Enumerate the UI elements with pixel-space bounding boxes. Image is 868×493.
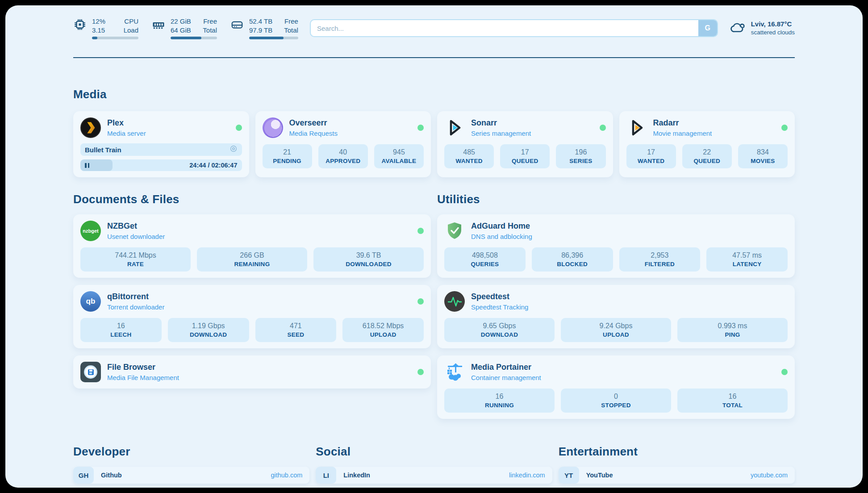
app-name: Radarr: [653, 118, 776, 128]
stat-pill: 22 QUEUED: [682, 144, 732, 168]
app-card-plex[interactable]: Plex Media server Bullet Train: [73, 111, 249, 177]
stat-pill: 9.65 Gbps DOWNLOAD: [444, 318, 555, 342]
memory-stat-widget: 22 GiB 64 GiB Free Total: [152, 17, 217, 39]
app-card-radarr[interactable]: Radarr Movie management 17 WANTED 22 QUE…: [619, 111, 795, 177]
load-label: Load: [124, 26, 138, 35]
developer-links-section: Developer GH Github github.com SO StackO…: [73, 445, 309, 488]
app-card-overseerr[interactable]: Overseerr Media Requests 21 PENDING 40 A…: [255, 111, 431, 177]
portainer-icon: [444, 362, 465, 382]
status-dot: [417, 228, 424, 234]
link-badge: YT: [559, 467, 579, 484]
stat-pill: 16 RUNNING: [444, 389, 555, 413]
link-row-linkedin[interactable]: LI LinkedIn linkedin.com: [316, 467, 552, 484]
app-description: Movie management: [653, 130, 776, 137]
cloud-icon: [730, 19, 746, 37]
stat-pill: 9.24 Gbps UPLOAD: [561, 318, 671, 342]
memory-total-label: Total: [203, 26, 217, 35]
stat-pill: 21 PENDING: [263, 144, 312, 168]
plex-icon: [80, 117, 101, 138]
app-card-nzbget[interactable]: nzbget NZBGet Usenet downloader 744.21 M…: [73, 214, 431, 278]
cpu-stat-widget: 12% 3.15 CPU Load: [73, 17, 138, 39]
link-row-youtube[interactable]: YT YouTube youtube.com: [559, 467, 795, 484]
stat-pill: 618.52 Mbps UPLOAD: [342, 318, 424, 342]
storage-free-value: 52.4 TB: [249, 17, 272, 26]
dashboard-page: 12% 3.15 CPU Load: [5, 5, 863, 488]
social-links-section: Social LI LinkedIn linkedin.com TW Twitt…: [316, 445, 552, 488]
stat-pill: 47.57 ms LATENCY: [706, 247, 788, 272]
entertainment-section-title: Entertainment: [559, 445, 795, 459]
status-dot: [417, 298, 424, 305]
stat-pill: 39.6 TB DOWNLOADED: [313, 247, 424, 272]
stat-pill: 16 TOTAL: [677, 389, 788, 413]
stat-pill: 17 QUEUED: [500, 144, 550, 168]
cpu-usage-value: 12%: [92, 17, 105, 26]
storage-total-value: 97.9 TB: [249, 26, 272, 35]
app-description: Media server: [107, 130, 230, 137]
app-card-speedtest[interactable]: Speedtest Speedtest Tracking 9.65 Gbps D…: [437, 285, 795, 348]
app-description: Usenet downloader: [107, 233, 411, 240]
app-card-portainer[interactable]: Media Portainer Container management 16 …: [437, 355, 795, 419]
app-name: NZBGet: [107, 221, 411, 231]
weather-widget[interactable]: Lviv, 16.87°C scattered clouds: [730, 19, 795, 37]
app-name: Overseerr: [289, 118, 412, 128]
stat-pill: 0 STOPPED: [561, 389, 671, 413]
link-name: Github: [101, 472, 122, 479]
cpu-progress-bar: [92, 37, 138, 39]
status-dot: [600, 125, 606, 131]
app-description: DNS and adblocking: [471, 233, 788, 240]
link-row-github[interactable]: GH Github github.com: [73, 467, 309, 484]
developer-section-title: Developer: [73, 445, 309, 459]
weather-location-temp: Lviv, 16.87°C: [751, 20, 795, 29]
playback-progress-bar[interactable]: 24:44 / 02:06:47: [80, 159, 242, 171]
app-name: Plex: [107, 118, 230, 128]
stat-pill: 498,508 QUERIES: [444, 247, 526, 272]
storage-total-label: Total: [284, 26, 298, 35]
stat-pill: 266 GB REMAINING: [197, 247, 307, 272]
app-card-filebrowser[interactable]: File Browser Media File Management: [73, 355, 431, 389]
app-card-sonarr[interactable]: Sonarr Series management 485 WANTED 17 Q…: [437, 111, 613, 177]
now-playing-bar: Bullet Train: [80, 143, 242, 156]
stat-pill: 40 APPROVED: [318, 144, 368, 168]
social-section-title: Social: [316, 445, 552, 459]
stat-pill: 86,396 BLOCKED: [532, 247, 613, 272]
link-badge: GH: [73, 467, 94, 484]
link-url: youtube.com: [751, 472, 788, 479]
cpu-load-value: 3.15: [92, 26, 105, 35]
link-badge: LI: [316, 467, 336, 484]
stat-pill: 1.19 Gbps DOWNLOAD: [168, 318, 249, 342]
app-description: Torrent downloader: [107, 303, 411, 311]
memory-icon: [152, 18, 165, 33]
entertainment-links-section: Entertainment YT YouTube youtube.com NF …: [559, 445, 795, 488]
search-engine-button[interactable]: G: [698, 20, 717, 36]
status-dot: [781, 125, 788, 131]
sonarr-icon: [444, 117, 465, 138]
status-dot: [417, 125, 424, 131]
app-card-adguard[interactable]: AdGuard Home DNS and adblocking 498,508 …: [437, 214, 795, 278]
app-name: Speedtest: [471, 292, 788, 302]
stat-pill: 485 WANTED: [444, 144, 494, 168]
nzbget-icon: nzbget: [80, 221, 101, 241]
documents-section-title: Documents & Files: [73, 192, 431, 206]
media-session-icon: [230, 145, 238, 155]
utilities-column: AdGuard Home DNS and adblocking 498,508 …: [437, 214, 795, 419]
documents-column: nzbget NZBGet Usenet downloader 744.21 M…: [73, 214, 431, 389]
stat-pill: 0.993 ms PING: [677, 318, 788, 342]
status-dot: [417, 369, 424, 375]
app-description: Container management: [471, 374, 775, 381]
header-divider: [73, 57, 795, 58]
weather-condition: scattered clouds: [751, 29, 795, 37]
app-description: Speedtest Tracking: [471, 303, 788, 311]
utilities-section-title: Utilities: [437, 192, 795, 206]
media-cards-row: Plex Media server Bullet Train: [73, 111, 795, 177]
memory-free-value: 22 GiB: [171, 17, 191, 26]
search-input[interactable]: [311, 20, 698, 36]
system-stats: 12% 3.15 CPU Load: [73, 17, 298, 39]
stat-pill: 471 SEED: [255, 318, 337, 342]
pause-icon: [85, 163, 89, 168]
app-card-qbittorrent[interactable]: qb qBittorrent Torrent downloader 16 LEE…: [73, 285, 431, 348]
stat-pill: 744.21 Mbps RATE: [80, 247, 191, 272]
top-bar: 12% 3.15 CPU Load: [73, 5, 795, 39]
stat-pill: 2,953 FILTERED: [619, 247, 701, 272]
link-name: YouTube: [586, 472, 613, 479]
storage-progress-bar: [249, 37, 298, 39]
